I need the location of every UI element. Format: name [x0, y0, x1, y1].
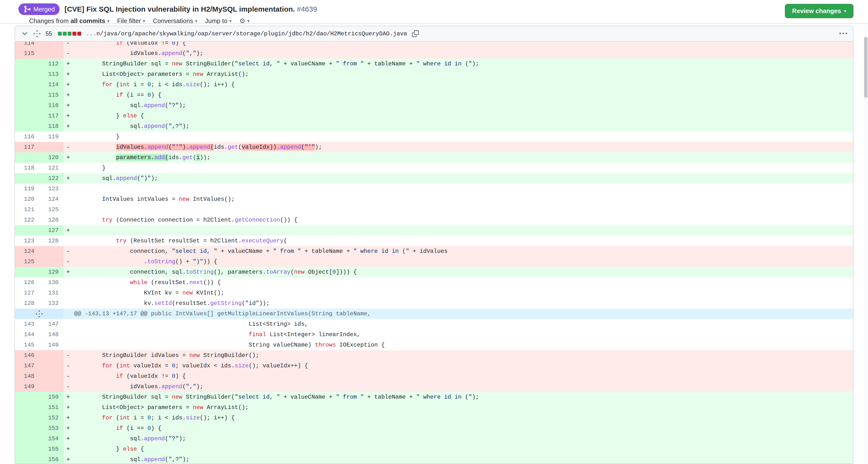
new-line-number[interactable]: 127: [39, 225, 63, 236]
new-line-number[interactable]: 124: [39, 194, 63, 204]
conversations-dropdown[interactable]: Conversations ▾: [153, 17, 197, 25]
old-line-number[interactable]: 147: [15, 361, 39, 371]
new-line-number[interactable]: 120: [39, 152, 63, 163]
scrollbar-thumb[interactable]: [864, 37, 868, 98]
old-line-number[interactable]: 149: [15, 382, 39, 392]
new-line-number[interactable]: 155: [39, 444, 63, 454]
new-line-number[interactable]: 131: [39, 288, 63, 298]
new-line-number[interactable]: [39, 48, 63, 59]
changed-lines-count[interactable]: 55: [45, 30, 52, 37]
new-line-number[interactable]: [39, 350, 63, 361]
old-line-number[interactable]: [15, 454, 39, 464]
new-line-number[interactable]: 130: [39, 277, 63, 288]
old-line-number[interactable]: 120: [15, 194, 39, 204]
old-line-number[interactable]: [15, 444, 39, 454]
old-line-number[interactable]: 115: [15, 48, 39, 59]
old-line-number[interactable]: 144: [15, 329, 39, 340]
code-line: try (ResultSet resultSet = h2Client.exec…: [74, 236, 853, 246]
old-line-number[interactable]: 125: [15, 257, 39, 267]
diff-marker: +: [63, 444, 74, 454]
changes-from-dropdown[interactable]: Changes from all commits ▾: [29, 17, 109, 25]
old-line-number[interactable]: 128: [15, 298, 39, 308]
review-changes-button[interactable]: Review changes ▾: [785, 4, 854, 18]
old-line-number[interactable]: [15, 79, 39, 90]
old-line-number[interactable]: 116: [15, 132, 39, 142]
new-line-number[interactable]: 122: [39, 173, 63, 184]
old-line-number[interactable]: 143: [15, 319, 39, 329]
old-line-number[interactable]: [15, 90, 39, 100]
old-line-number[interactable]: [15, 225, 39, 236]
old-line-number[interactable]: 124: [15, 246, 39, 257]
old-line-number[interactable]: 117: [15, 142, 39, 152]
new-line-number[interactable]: 114: [39, 79, 63, 90]
old-line-number[interactable]: [15, 433, 39, 444]
diff-row: 148- if (valueIdx != 0) {: [15, 371, 853, 382]
old-line-number[interactable]: [15, 402, 39, 413]
new-line-number[interactable]: 126: [39, 215, 63, 225]
new-line-number[interactable]: 125: [39, 204, 63, 215]
drag-handle-button[interactable]: [33, 30, 41, 37]
expand-hunk-button[interactable]: [15, 308, 63, 319]
scrollbar[interactable]: [864, 0, 868, 464]
new-line-number[interactable]: [39, 371, 63, 382]
old-line-number[interactable]: 126: [15, 277, 39, 288]
new-line-number[interactable]: 151: [39, 402, 63, 413]
new-line-number[interactable]: [39, 246, 63, 257]
new-line-number[interactable]: 117: [39, 111, 63, 121]
old-line-number[interactable]: [15, 111, 39, 121]
new-line-number[interactable]: [39, 382, 63, 392]
old-line-number[interactable]: 146: [15, 350, 39, 361]
new-line-number[interactable]: 129: [39, 267, 63, 277]
file-options-kebab-button[interactable]: [839, 30, 847, 37]
new-line-number[interactable]: 154: [39, 433, 63, 444]
new-line-number[interactable]: [39, 361, 63, 371]
old-line-number[interactable]: 119: [15, 184, 39, 194]
new-line-number[interactable]: 128: [39, 236, 63, 246]
old-line-number[interactable]: 148: [15, 371, 39, 382]
new-line-number[interactable]: [39, 142, 63, 152]
copy-path-button[interactable]: [412, 30, 419, 37]
old-line-number[interactable]: [15, 100, 39, 111]
old-line-number[interactable]: [15, 152, 39, 163]
jump-to-dropdown[interactable]: Jump to ▾: [205, 17, 232, 25]
new-line-number[interactable]: 119: [39, 132, 63, 142]
new-line-number[interactable]: 113: [39, 69, 63, 79]
new-line-number[interactable]: 156: [39, 454, 63, 464]
new-line-number[interactable]: 116: [39, 100, 63, 111]
new-line-number[interactable]: 152: [39, 413, 63, 423]
old-line-number[interactable]: [15, 267, 39, 277]
old-line-number[interactable]: [15, 69, 39, 79]
new-line-number[interactable]: [39, 42, 63, 48]
new-line-number[interactable]: 148: [39, 329, 63, 340]
old-line-number[interactable]: [15, 423, 39, 433]
new-line-number[interactable]: 132: [39, 298, 63, 308]
diff-settings-button[interactable]: ⚙ ▾: [240, 17, 250, 25]
old-line-number[interactable]: 127: [15, 288, 39, 298]
old-line-number[interactable]: [15, 59, 39, 69]
diff-marker: -: [63, 382, 74, 392]
new-line-number[interactable]: 121: [39, 163, 63, 173]
new-line-number[interactable]: 149: [39, 340, 63, 350]
old-line-number[interactable]: [15, 413, 39, 423]
collapse-file-button[interactable]: [21, 30, 29, 37]
new-line-number[interactable]: 123: [39, 184, 63, 194]
old-line-number[interactable]: [15, 173, 39, 184]
new-line-number[interactable]: 150: [39, 392, 63, 402]
old-line-number[interactable]: 122: [15, 215, 39, 225]
new-line-number[interactable]: 147: [39, 319, 63, 329]
new-line-number[interactable]: 153: [39, 423, 63, 433]
new-line-number[interactable]: [39, 257, 63, 267]
diff-marker: +: [63, 173, 74, 184]
new-line-number[interactable]: 118: [39, 121, 63, 132]
old-line-number[interactable]: 121: [15, 204, 39, 215]
old-line-number[interactable]: 118: [15, 163, 39, 173]
old-line-number[interactable]: [15, 392, 39, 402]
old-line-number[interactable]: 114: [15, 42, 39, 48]
file-path-link[interactable]: ...n/java/org/apache/skywalking/oap/serv…: [86, 31, 407, 37]
new-line-number[interactable]: 112: [39, 59, 63, 69]
new-line-number[interactable]: 115: [39, 90, 63, 100]
old-line-number[interactable]: 123: [15, 236, 39, 246]
old-line-number[interactable]: [15, 121, 39, 132]
file-filter-dropdown[interactable]: File filter ▾: [117, 17, 145, 25]
old-line-number[interactable]: 145: [15, 340, 39, 350]
